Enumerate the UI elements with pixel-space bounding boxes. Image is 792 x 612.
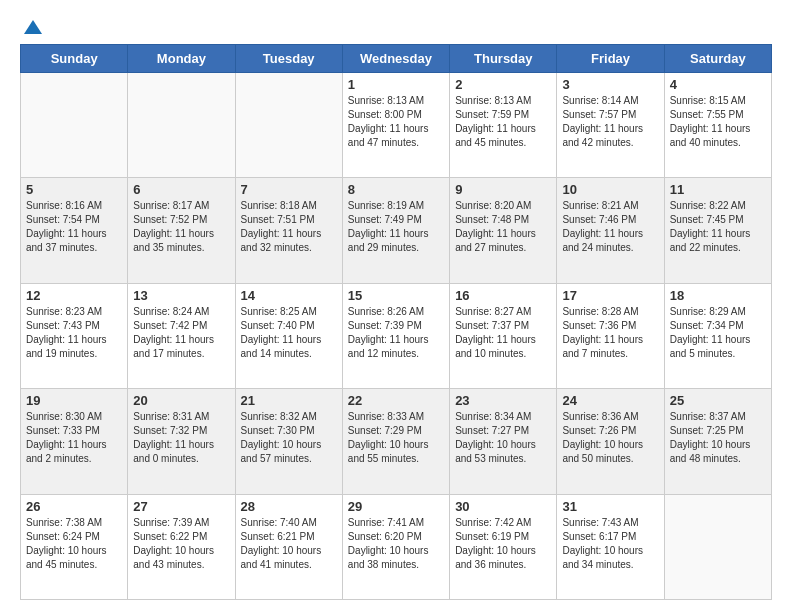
day-number: 22	[348, 393, 444, 408]
calendar-day-12: 12Sunrise: 8:23 AM Sunset: 7:43 PM Dayli…	[21, 283, 128, 388]
calendar-day-23: 23Sunrise: 8:34 AM Sunset: 7:27 PM Dayli…	[450, 389, 557, 494]
day-info: Sunrise: 8:20 AM Sunset: 7:48 PM Dayligh…	[455, 199, 551, 255]
day-info: Sunrise: 8:31 AM Sunset: 7:32 PM Dayligh…	[133, 410, 229, 466]
weekday-header-friday: Friday	[557, 45, 664, 73]
calendar-day-26: 26Sunrise: 7:38 AM Sunset: 6:24 PM Dayli…	[21, 494, 128, 599]
day-info: Sunrise: 7:41 AM Sunset: 6:20 PM Dayligh…	[348, 516, 444, 572]
day-number: 28	[241, 499, 337, 514]
day-number: 12	[26, 288, 122, 303]
calendar-day-24: 24Sunrise: 8:36 AM Sunset: 7:26 PM Dayli…	[557, 389, 664, 494]
calendar-day-21: 21Sunrise: 8:32 AM Sunset: 7:30 PM Dayli…	[235, 389, 342, 494]
calendar-day-30: 30Sunrise: 7:42 AM Sunset: 6:19 PM Dayli…	[450, 494, 557, 599]
day-number: 13	[133, 288, 229, 303]
day-number: 3	[562, 77, 658, 92]
calendar-day-17: 17Sunrise: 8:28 AM Sunset: 7:36 PM Dayli…	[557, 283, 664, 388]
calendar-week-row: 1Sunrise: 8:13 AM Sunset: 8:00 PM Daylig…	[21, 73, 772, 178]
day-number: 6	[133, 182, 229, 197]
day-info: Sunrise: 7:43 AM Sunset: 6:17 PM Dayligh…	[562, 516, 658, 572]
day-info: Sunrise: 8:34 AM Sunset: 7:27 PM Dayligh…	[455, 410, 551, 466]
weekday-header-row: SundayMondayTuesdayWednesdayThursdayFrid…	[21, 45, 772, 73]
calendar-day-4: 4Sunrise: 8:15 AM Sunset: 7:55 PM Daylig…	[664, 73, 771, 178]
calendar-week-row: 12Sunrise: 8:23 AM Sunset: 7:43 PM Dayli…	[21, 283, 772, 388]
calendar-day-29: 29Sunrise: 7:41 AM Sunset: 6:20 PM Dayli…	[342, 494, 449, 599]
day-number: 20	[133, 393, 229, 408]
calendar-day-11: 11Sunrise: 8:22 AM Sunset: 7:45 PM Dayli…	[664, 178, 771, 283]
calendar-day-8: 8Sunrise: 8:19 AM Sunset: 7:49 PM Daylig…	[342, 178, 449, 283]
day-number: 1	[348, 77, 444, 92]
day-number: 16	[455, 288, 551, 303]
day-info: Sunrise: 8:18 AM Sunset: 7:51 PM Dayligh…	[241, 199, 337, 255]
empty-day-cell	[235, 73, 342, 178]
calendar-day-2: 2Sunrise: 8:13 AM Sunset: 7:59 PM Daylig…	[450, 73, 557, 178]
day-number: 25	[670, 393, 766, 408]
day-info: Sunrise: 8:16 AM Sunset: 7:54 PM Dayligh…	[26, 199, 122, 255]
day-info: Sunrise: 8:26 AM Sunset: 7:39 PM Dayligh…	[348, 305, 444, 361]
calendar-day-20: 20Sunrise: 8:31 AM Sunset: 7:32 PM Dayli…	[128, 389, 235, 494]
day-number: 19	[26, 393, 122, 408]
day-number: 2	[455, 77, 551, 92]
day-info: Sunrise: 8:13 AM Sunset: 8:00 PM Dayligh…	[348, 94, 444, 150]
day-info: Sunrise: 8:21 AM Sunset: 7:46 PM Dayligh…	[562, 199, 658, 255]
day-info: Sunrise: 7:38 AM Sunset: 6:24 PM Dayligh…	[26, 516, 122, 572]
day-info: Sunrise: 8:28 AM Sunset: 7:36 PM Dayligh…	[562, 305, 658, 361]
day-info: Sunrise: 8:22 AM Sunset: 7:45 PM Dayligh…	[670, 199, 766, 255]
day-info: Sunrise: 8:27 AM Sunset: 7:37 PM Dayligh…	[455, 305, 551, 361]
page: SundayMondayTuesdayWednesdayThursdayFrid…	[0, 0, 792, 612]
day-info: Sunrise: 7:39 AM Sunset: 6:22 PM Dayligh…	[133, 516, 229, 572]
calendar-day-25: 25Sunrise: 8:37 AM Sunset: 7:25 PM Dayli…	[664, 389, 771, 494]
day-info: Sunrise: 8:25 AM Sunset: 7:40 PM Dayligh…	[241, 305, 337, 361]
day-number: 23	[455, 393, 551, 408]
day-info: Sunrise: 7:42 AM Sunset: 6:19 PM Dayligh…	[455, 516, 551, 572]
empty-day-cell	[664, 494, 771, 599]
day-info: Sunrise: 8:29 AM Sunset: 7:34 PM Dayligh…	[670, 305, 766, 361]
day-info: Sunrise: 8:24 AM Sunset: 7:42 PM Dayligh…	[133, 305, 229, 361]
day-info: Sunrise: 8:14 AM Sunset: 7:57 PM Dayligh…	[562, 94, 658, 150]
calendar-day-19: 19Sunrise: 8:30 AM Sunset: 7:33 PM Dayli…	[21, 389, 128, 494]
empty-day-cell	[128, 73, 235, 178]
weekday-header-tuesday: Tuesday	[235, 45, 342, 73]
day-number: 17	[562, 288, 658, 303]
day-number: 11	[670, 182, 766, 197]
day-info: Sunrise: 8:17 AM Sunset: 7:52 PM Dayligh…	[133, 199, 229, 255]
day-info: Sunrise: 8:19 AM Sunset: 7:49 PM Dayligh…	[348, 199, 444, 255]
weekday-header-thursday: Thursday	[450, 45, 557, 73]
calendar-day-22: 22Sunrise: 8:33 AM Sunset: 7:29 PM Dayli…	[342, 389, 449, 494]
calendar-week-row: 5Sunrise: 8:16 AM Sunset: 7:54 PM Daylig…	[21, 178, 772, 283]
day-info: Sunrise: 7:40 AM Sunset: 6:21 PM Dayligh…	[241, 516, 337, 572]
day-number: 9	[455, 182, 551, 197]
day-number: 21	[241, 393, 337, 408]
day-number: 4	[670, 77, 766, 92]
calendar-day-13: 13Sunrise: 8:24 AM Sunset: 7:42 PM Dayli…	[128, 283, 235, 388]
calendar-day-16: 16Sunrise: 8:27 AM Sunset: 7:37 PM Dayli…	[450, 283, 557, 388]
weekday-header-monday: Monday	[128, 45, 235, 73]
calendar-day-18: 18Sunrise: 8:29 AM Sunset: 7:34 PM Dayli…	[664, 283, 771, 388]
calendar-week-row: 19Sunrise: 8:30 AM Sunset: 7:33 PM Dayli…	[21, 389, 772, 494]
day-info: Sunrise: 8:15 AM Sunset: 7:55 PM Dayligh…	[670, 94, 766, 150]
day-number: 7	[241, 182, 337, 197]
weekday-header-wednesday: Wednesday	[342, 45, 449, 73]
calendar-day-3: 3Sunrise: 8:14 AM Sunset: 7:57 PM Daylig…	[557, 73, 664, 178]
calendar-day-6: 6Sunrise: 8:17 AM Sunset: 7:52 PM Daylig…	[128, 178, 235, 283]
day-number: 14	[241, 288, 337, 303]
calendar-day-15: 15Sunrise: 8:26 AM Sunset: 7:39 PM Dayli…	[342, 283, 449, 388]
calendar-day-7: 7Sunrise: 8:18 AM Sunset: 7:51 PM Daylig…	[235, 178, 342, 283]
day-info: Sunrise: 8:33 AM Sunset: 7:29 PM Dayligh…	[348, 410, 444, 466]
day-number: 29	[348, 499, 444, 514]
header	[20, 16, 772, 34]
svg-marker-0	[24, 20, 42, 34]
day-info: Sunrise: 8:37 AM Sunset: 7:25 PM Dayligh…	[670, 410, 766, 466]
logo	[20, 16, 44, 34]
day-number: 5	[26, 182, 122, 197]
calendar-day-10: 10Sunrise: 8:21 AM Sunset: 7:46 PM Dayli…	[557, 178, 664, 283]
calendar-day-31: 31Sunrise: 7:43 AM Sunset: 6:17 PM Dayli…	[557, 494, 664, 599]
weekday-header-sunday: Sunday	[21, 45, 128, 73]
day-number: 10	[562, 182, 658, 197]
calendar-day-28: 28Sunrise: 7:40 AM Sunset: 6:21 PM Dayli…	[235, 494, 342, 599]
day-number: 31	[562, 499, 658, 514]
calendar-day-9: 9Sunrise: 8:20 AM Sunset: 7:48 PM Daylig…	[450, 178, 557, 283]
empty-day-cell	[21, 73, 128, 178]
day-info: Sunrise: 8:32 AM Sunset: 7:30 PM Dayligh…	[241, 410, 337, 466]
day-number: 26	[26, 499, 122, 514]
logo-icon	[22, 16, 44, 38]
day-number: 15	[348, 288, 444, 303]
